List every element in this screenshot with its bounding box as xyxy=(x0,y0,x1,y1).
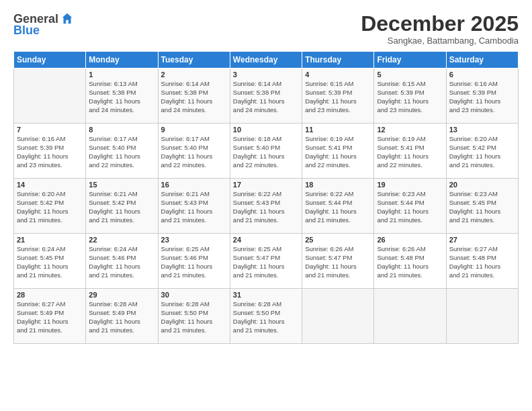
day-number: 10 xyxy=(233,126,299,134)
cell-info: Sunrise: 6:17 AM Sunset: 5:40 PM Dayligh… xyxy=(89,135,154,169)
cell-info: Sunrise: 6:26 AM Sunset: 5:48 PM Dayligh… xyxy=(377,245,443,279)
calendar-cell: 8Sunrise: 6:17 AM Sunset: 5:40 PM Daylig… xyxy=(86,124,158,179)
calendar-cell: 29Sunrise: 6:28 AM Sunset: 5:49 PM Dayli… xyxy=(86,289,158,344)
day-number: 16 xyxy=(161,181,227,189)
calendar-cell: 22Sunrise: 6:24 AM Sunset: 5:46 PM Dayli… xyxy=(86,234,158,289)
day-number: 29 xyxy=(89,291,154,299)
calendar-cell: 26Sunrise: 6:26 AM Sunset: 5:48 PM Dayli… xyxy=(374,234,446,289)
calendar-cell: 27Sunrise: 6:27 AM Sunset: 5:48 PM Dayli… xyxy=(446,234,518,289)
day-header-friday: Friday xyxy=(374,52,446,68)
calendar-week-3: 14Sunrise: 6:20 AM Sunset: 5:42 PM Dayli… xyxy=(14,179,519,234)
calendar-cell: 20Sunrise: 6:23 AM Sunset: 5:45 PM Dayli… xyxy=(446,179,518,234)
day-number: 8 xyxy=(89,126,154,134)
day-number: 3 xyxy=(233,71,299,79)
cell-info: Sunrise: 6:16 AM Sunset: 5:39 PM Dayligh… xyxy=(449,80,515,114)
day-number: 30 xyxy=(161,291,227,299)
cell-info: Sunrise: 6:24 AM Sunset: 5:45 PM Dayligh… xyxy=(17,245,83,279)
day-header-thursday: Thursday xyxy=(302,52,374,68)
calendar-cell: 21Sunrise: 6:24 AM Sunset: 5:45 PM Dayli… xyxy=(14,234,86,289)
cell-info: Sunrise: 6:28 AM Sunset: 5:50 PM Dayligh… xyxy=(233,300,299,334)
calendar-cell: 16Sunrise: 6:21 AM Sunset: 5:43 PM Dayli… xyxy=(158,179,230,234)
calendar-week-1: 1Sunrise: 6:13 AM Sunset: 5:38 PM Daylig… xyxy=(14,68,519,124)
calendar-cell: 1Sunrise: 6:13 AM Sunset: 5:38 PM Daylig… xyxy=(86,68,158,124)
day-number: 17 xyxy=(233,181,299,189)
cell-info: Sunrise: 6:24 AM Sunset: 5:46 PM Dayligh… xyxy=(89,245,154,279)
cell-info: Sunrise: 6:28 AM Sunset: 5:49 PM Dayligh… xyxy=(89,300,154,334)
calendar-week-2: 7Sunrise: 6:16 AM Sunset: 5:39 PM Daylig… xyxy=(14,124,519,179)
cell-info: Sunrise: 6:23 AM Sunset: 5:44 PM Dayligh… xyxy=(377,190,443,224)
location: Sangkae, Battambang, Cambodia xyxy=(361,36,519,46)
calendar-cell: 3Sunrise: 6:14 AM Sunset: 5:38 PM Daylig… xyxy=(230,68,302,124)
day-number: 1 xyxy=(89,71,154,79)
cell-info: Sunrise: 6:15 AM Sunset: 5:39 PM Dayligh… xyxy=(305,80,371,114)
calendar-cell: 25Sunrise: 6:26 AM Sunset: 5:47 PM Dayli… xyxy=(302,234,374,289)
calendar-cell: 23Sunrise: 6:25 AM Sunset: 5:46 PM Dayli… xyxy=(158,234,230,289)
day-number: 27 xyxy=(449,236,515,244)
day-number: 28 xyxy=(17,291,83,299)
cell-info: Sunrise: 6:26 AM Sunset: 5:47 PM Dayligh… xyxy=(305,245,371,279)
cell-info: Sunrise: 6:21 AM Sunset: 5:42 PM Dayligh… xyxy=(89,190,154,224)
day-number: 13 xyxy=(449,126,515,134)
calendar-cell: 9Sunrise: 6:17 AM Sunset: 5:40 PM Daylig… xyxy=(158,124,230,179)
day-number: 20 xyxy=(449,181,515,189)
day-number: 22 xyxy=(89,236,154,244)
day-number: 15 xyxy=(89,181,154,189)
calendar-cell: 24Sunrise: 6:25 AM Sunset: 5:47 PM Dayli… xyxy=(230,234,302,289)
month-title: December 2025 xyxy=(361,12,519,36)
cell-info: Sunrise: 6:23 AM Sunset: 5:45 PM Dayligh… xyxy=(449,190,515,224)
cell-info: Sunrise: 6:14 AM Sunset: 5:38 PM Dayligh… xyxy=(161,80,227,114)
calendar-cell: 17Sunrise: 6:22 AM Sunset: 5:43 PM Dayli… xyxy=(230,179,302,234)
cell-info: Sunrise: 6:22 AM Sunset: 5:43 PM Dayligh… xyxy=(233,190,299,224)
calendar-cell: 18Sunrise: 6:22 AM Sunset: 5:44 PM Dayli… xyxy=(302,179,374,234)
cell-info: Sunrise: 6:18 AM Sunset: 5:40 PM Dayligh… xyxy=(233,135,299,169)
calendar-cell: 28Sunrise: 6:27 AM Sunset: 5:49 PM Dayli… xyxy=(14,289,86,344)
cell-info: Sunrise: 6:25 AM Sunset: 5:47 PM Dayligh… xyxy=(233,245,299,279)
calendar-cell: 5Sunrise: 6:15 AM Sunset: 5:39 PM Daylig… xyxy=(374,68,446,124)
day-number: 7 xyxy=(17,126,83,134)
calendar-cell xyxy=(446,289,518,344)
day-header-sunday: Sunday xyxy=(14,52,86,68)
cell-info: Sunrise: 6:27 AM Sunset: 5:49 PM Dayligh… xyxy=(17,300,83,334)
calendar-cell: 31Sunrise: 6:28 AM Sunset: 5:50 PM Dayli… xyxy=(230,289,302,344)
day-number: 19 xyxy=(377,181,443,189)
calendar-cell: 10Sunrise: 6:18 AM Sunset: 5:40 PM Dayli… xyxy=(230,124,302,179)
day-number: 5 xyxy=(377,71,443,79)
cell-info: Sunrise: 6:14 AM Sunset: 5:38 PM Dayligh… xyxy=(233,80,299,114)
day-number: 21 xyxy=(17,236,83,244)
calendar-cell xyxy=(374,289,446,344)
cell-info: Sunrise: 6:19 AM Sunset: 5:41 PM Dayligh… xyxy=(377,135,443,169)
calendar-cell: 11Sunrise: 6:19 AM Sunset: 5:41 PM Dayli… xyxy=(302,124,374,179)
day-number: 11 xyxy=(305,126,371,134)
logo: General Blue xyxy=(13,12,75,38)
calendar-cell: 12Sunrise: 6:19 AM Sunset: 5:41 PM Dayli… xyxy=(374,124,446,179)
cell-info: Sunrise: 6:28 AM Sunset: 5:50 PM Dayligh… xyxy=(161,300,227,334)
day-number: 14 xyxy=(17,181,83,189)
day-header-wednesday: Wednesday xyxy=(230,52,302,68)
day-number: 18 xyxy=(305,181,371,189)
day-number: 23 xyxy=(161,236,227,244)
calendar-cell: 14Sunrise: 6:20 AM Sunset: 5:42 PM Dayli… xyxy=(14,179,86,234)
cell-info: Sunrise: 6:15 AM Sunset: 5:39 PM Dayligh… xyxy=(377,80,443,114)
day-number: 6 xyxy=(449,71,515,79)
cell-info: Sunrise: 6:21 AM Sunset: 5:43 PM Dayligh… xyxy=(161,190,227,224)
cell-info: Sunrise: 6:27 AM Sunset: 5:48 PM Dayligh… xyxy=(449,245,515,279)
day-number: 4 xyxy=(305,71,371,79)
calendar-header-row: SundayMondayTuesdayWednesdayThursdayFrid… xyxy=(14,52,519,68)
calendar-week-5: 28Sunrise: 6:27 AM Sunset: 5:49 PM Dayli… xyxy=(14,289,519,344)
cell-info: Sunrise: 6:20 AM Sunset: 5:42 PM Dayligh… xyxy=(17,190,83,224)
calendar-cell: 4Sunrise: 6:15 AM Sunset: 5:39 PM Daylig… xyxy=(302,68,374,124)
day-header-tuesday: Tuesday xyxy=(158,52,230,68)
header: General Blue December 2025 Sangkae, Batt… xyxy=(13,12,519,46)
day-number: 25 xyxy=(305,236,371,244)
cell-info: Sunrise: 6:25 AM Sunset: 5:46 PM Dayligh… xyxy=(161,245,227,279)
cell-info: Sunrise: 6:16 AM Sunset: 5:39 PM Dayligh… xyxy=(17,135,83,169)
title-section: December 2025 Sangkae, Battambang, Cambo… xyxy=(361,12,519,46)
cell-info: Sunrise: 6:17 AM Sunset: 5:40 PM Dayligh… xyxy=(161,135,227,169)
cell-info: Sunrise: 6:22 AM Sunset: 5:44 PM Dayligh… xyxy=(305,190,371,224)
day-number: 9 xyxy=(161,126,227,134)
calendar-cell: 30Sunrise: 6:28 AM Sunset: 5:50 PM Dayli… xyxy=(158,289,230,344)
day-number: 24 xyxy=(233,236,299,244)
calendar-cell: 2Sunrise: 6:14 AM Sunset: 5:38 PM Daylig… xyxy=(158,68,230,124)
day-number: 26 xyxy=(377,236,443,244)
day-number: 2 xyxy=(161,71,227,79)
